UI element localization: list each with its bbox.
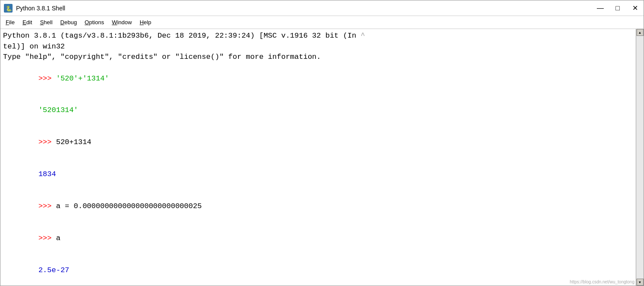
app-icon: 🐍 xyxy=(4,4,13,13)
main-window: 🐍 Python 3.8.1 Shell — □ ✕ File Edit She… xyxy=(0,0,644,286)
prompt-4: >>> xyxy=(39,234,56,242)
cmd-text-3: a = 0.000000000000000000000000025 xyxy=(56,202,202,210)
menu-options[interactable]: Options xyxy=(81,18,108,26)
scrollbar-down-arrow[interactable]: ▼ xyxy=(637,279,644,286)
result-str-1: '5201314' xyxy=(39,106,78,114)
menu-bar: File Edit Shell Debug Options Window Hel… xyxy=(0,16,644,29)
prompt-3: >>> xyxy=(39,202,56,210)
menu-help[interactable]: Help xyxy=(136,18,155,26)
maximize-button[interactable]: □ xyxy=(612,3,623,13)
result-line-3: 2.5e-27 xyxy=(3,254,633,286)
cmd-line-1: >>> '520'+'1314' xyxy=(3,63,633,95)
header-line-2: tel)] on win32 xyxy=(3,42,633,52)
header-line-1: Python 3.8.1 (tags/v3.8.1:1b293b6, Dec 1… xyxy=(3,31,633,42)
result-num-1: 1834 xyxy=(39,170,56,178)
result-num-2: 2.5e-27 xyxy=(39,266,69,274)
close-button[interactable]: ✕ xyxy=(630,3,640,13)
svg-text:🐍: 🐍 xyxy=(6,5,12,12)
shell-content[interactable]: Python 3.8.1 (tags/v3.8.1:1b293b6, Dec 1… xyxy=(0,29,636,286)
title-bar-controls: — □ ✕ xyxy=(595,3,640,13)
minimize-button[interactable]: — xyxy=(595,3,605,13)
menu-window[interactable]: Window xyxy=(108,18,135,26)
result-line-1: '5201314' xyxy=(3,95,633,127)
menu-file[interactable]: File xyxy=(2,18,18,26)
result-line-2: 1834 xyxy=(3,159,633,191)
title-bar-left: 🐍 Python 3.8.1 Shell xyxy=(4,4,65,13)
scrollbar-track[interactable] xyxy=(636,36,644,279)
menu-debug[interactable]: Debug xyxy=(57,18,80,26)
cmd-line-3: >>> a = 0.000000000000000000000000025 xyxy=(3,191,633,223)
cmd-str-1: '520'+'1314' xyxy=(56,74,109,83)
header-line-3: Type "help", "copyright", "credits" or "… xyxy=(3,52,633,63)
prompt-1: >>> xyxy=(39,74,56,83)
menu-edit[interactable]: Edit xyxy=(19,18,35,26)
prompt-2: >>> xyxy=(39,138,56,146)
window-title: Python 3.8.1 Shell xyxy=(16,5,65,12)
menu-shell[interactable]: Shell xyxy=(36,18,56,26)
cmd-text-2: 520+1314 xyxy=(56,138,91,146)
scrollbar-up-arrow[interactable]: ▲ xyxy=(637,29,644,36)
scrollbar[interactable]: ▲ ▼ xyxy=(636,29,644,286)
cmd-text-4: a xyxy=(56,234,60,242)
watermark: https://blog.csdn.net/wu_tongtong xyxy=(570,280,634,284)
cmd-line-2: >>> 520+1314 xyxy=(3,127,633,159)
title-bar: 🐍 Python 3.8.1 Shell — □ ✕ xyxy=(0,0,644,16)
cmd-line-4: >>> a xyxy=(3,223,633,255)
shell-area: Python 3.8.1 (tags/v3.8.1:1b293b6, Dec 1… xyxy=(0,29,644,286)
